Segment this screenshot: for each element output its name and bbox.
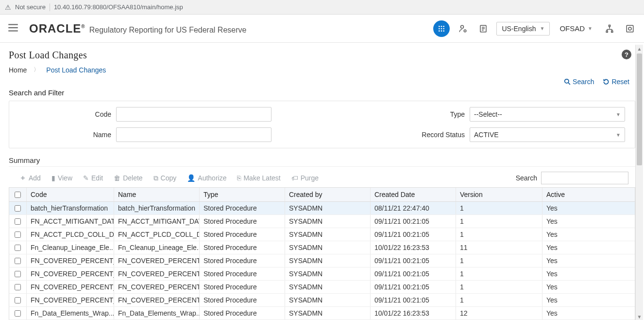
svg-point-9 <box>439 30 440 32</box>
tag-icon: 🏷 <box>291 174 298 182</box>
summary-search-input[interactable] <box>541 172 628 184</box>
table-row[interactable]: FN_COVERED_PERCENT_...FN_COVERED_PERCENT… <box>9 294 635 307</box>
svg-point-27 <box>565 79 569 83</box>
delete-button[interactable]: 🗑Delete <box>114 174 142 182</box>
cell-type: Stored Procedure <box>200 254 285 267</box>
svg-point-7 <box>441 28 442 29</box>
cell-code: FN_COVERED_PERCENT_... <box>27 294 114 306</box>
table-row[interactable]: Fn_Cleanup_Lineage_Ele...Fn_Cleanup_Line… <box>9 241 635 254</box>
breadcrumb-current[interactable]: Post Load Changes <box>46 66 106 74</box>
cell-version: 12 <box>456 307 542 320</box>
logo: ORACLE® Regulatory Reporting for US Fede… <box>29 22 246 36</box>
cell-created-date: 09/11/21 00:21:05 <box>371 294 456 306</box>
col-type[interactable]: Type <box>200 188 285 201</box>
filter-panel: Code Type --Select-- ▼ Name Record Statu… <box>9 101 635 148</box>
language-select[interactable]: US-English ▼ <box>496 22 550 36</box>
user-settings-icon[interactable] <box>456 21 470 36</box>
row-checkbox[interactable] <box>15 218 21 225</box>
cell-type: Stored Procedure <box>200 215 285 228</box>
row-checkbox[interactable] <box>15 258 21 264</box>
scrollbar-thumb[interactable] <box>637 53 642 165</box>
table-row[interactable]: FN_ACCT_PLCD_COLL_DA...FN_ACCT_PLCD_COLL… <box>9 228 635 241</box>
cell-created-date: 09/11/21 00:21:05 <box>371 281 456 293</box>
table-row[interactable]: FN_COVERED_PERCENT_...FN_COVERED_PERCENT… <box>9 281 635 294</box>
reset-button[interactable]: Reset <box>603 78 629 86</box>
select-all-checkbox[interactable] <box>15 192 21 198</box>
cell-type: Stored Procedure <box>200 241 285 254</box>
scroll-down-arrow-icon[interactable]: ▼ <box>636 313 643 320</box>
page-header: Post Load Changes ? Home 〉 Post Load Cha… <box>9 43 635 79</box>
cell-name: FN_COVERED_PERCENT_... <box>114 267 200 280</box>
table-row[interactable]: FN_COVERED_PERCENT_...FN_COVERED_PERCENT… <box>9 267 635 281</box>
cell-type: Stored Procedure <box>200 281 285 293</box>
table-row[interactable]: Fn_Data_Elements_Wrap...Fn_Data_Elements… <box>9 307 635 320</box>
code-input[interactable] <box>116 107 271 122</box>
row-checkbox[interactable] <box>15 310 21 317</box>
row-checkbox[interactable] <box>15 284 21 290</box>
cell-active: Yes <box>542 202 626 214</box>
cell-type: Stored Procedure <box>200 228 285 241</box>
add-button[interactable]: ＋Add <box>19 174 41 182</box>
svg-point-26 <box>628 27 631 30</box>
chevron-right-icon: 〉 <box>34 66 39 74</box>
type-select[interactable]: --Select-- ▼ <box>470 107 625 122</box>
col-created-date[interactable]: Created Date <box>371 188 456 201</box>
apps-grid-icon[interactable] <box>433 20 450 37</box>
make-latest-button[interactable]: ⎘Make Latest <box>237 174 280 182</box>
cell-version: 1 <box>456 228 542 241</box>
scrollbar[interactable]: ▲ ▼ <box>635 45 643 320</box>
col-created-by[interactable]: Created by <box>285 188 371 201</box>
name-input[interactable] <box>116 127 271 142</box>
cell-name: FN_COVERED_PERCENT_... <box>114 281 200 293</box>
svg-rect-25 <box>627 25 633 32</box>
row-checkbox[interactable] <box>15 245 21 251</box>
search-button[interactable]: Search <box>564 78 594 86</box>
cell-name: Fn_Data_Elements_Wrap... <box>114 307 200 320</box>
scroll-up-arrow-icon[interactable]: ▲ <box>636 45 643 53</box>
status-value: ACTIVE <box>474 131 499 139</box>
col-version[interactable]: Version <box>456 188 542 201</box>
summary-table: Code Name Type Created by Created Date V… <box>9 187 635 320</box>
cell-created-by: SYSADMN <box>285 307 371 320</box>
row-checkbox[interactable] <box>15 205 21 212</box>
summary-toolbar: ＋Add ▮View ✎Edit 🗑Delete ⧉Copy 👤Authoriz… <box>9 166 635 187</box>
cell-created-by: SYSADMN <box>285 215 371 228</box>
cell-created-date: 10/01/22 16:23:53 <box>371 307 456 320</box>
breadcrumb-home[interactable]: Home <box>9 66 27 74</box>
cell-version: 1 <box>456 267 542 280</box>
cell-created-by: SYSADMN <box>285 281 371 293</box>
cell-code: batch_hierTransformation <box>27 202 114 214</box>
cell-created-by: SYSADMN <box>285 228 371 241</box>
svg-line-28 <box>568 83 570 85</box>
sitemap-icon[interactable] <box>602 21 617 36</box>
hamburger-menu-icon[interactable] <box>7 21 19 36</box>
cell-name: FN_COVERED_PERCENT_... <box>114 254 200 267</box>
col-name[interactable]: Name <box>114 188 200 201</box>
authorize-button[interactable]: 👤Authorize <box>187 174 226 182</box>
row-checkbox[interactable] <box>15 231 21 238</box>
table-row[interactable]: FN_ACCT_MITIGANT_DAT...FN_ACCT_MITIGANT_… <box>9 215 635 228</box>
help-icon[interactable]: ? <box>622 50 631 59</box>
cell-type: Stored Procedure <box>200 202 285 214</box>
cell-name: FN_ACCT_PLCD_COLL_DA... <box>114 228 200 241</box>
cell-code: FN_COVERED_PERCENT_... <box>27 267 114 280</box>
caret-down-icon: ▼ <box>588 26 593 31</box>
view-button[interactable]: ▮View <box>51 174 72 182</box>
purge-button[interactable]: 🏷Purge <box>291 174 319 182</box>
row-checkbox[interactable] <box>15 297 21 303</box>
row-checkbox[interactable] <box>15 271 21 277</box>
table-row[interactable]: batch_hierTransformationbatch_hierTransf… <box>9 202 635 215</box>
status-select[interactable]: ACTIVE ▼ <box>470 127 625 142</box>
copy-button[interactable]: ⧉Copy <box>153 174 177 182</box>
app-select[interactable]: OFSAD ▼ <box>556 24 596 33</box>
col-active[interactable]: Active <box>542 188 626 201</box>
table-row[interactable]: FN_COVERED_PERCENT_...FN_COVERED_PERCENT… <box>9 254 635 267</box>
cell-active: Yes <box>542 254 626 267</box>
fullscreen-icon[interactable] <box>623 21 637 36</box>
svg-point-4 <box>441 26 442 27</box>
app-value: OFSAD <box>559 24 585 33</box>
col-code[interactable]: Code <box>27 188 114 201</box>
document-icon[interactable] <box>476 21 491 36</box>
cell-active: Yes <box>542 267 626 280</box>
edit-button[interactable]: ✎Edit <box>83 174 103 182</box>
